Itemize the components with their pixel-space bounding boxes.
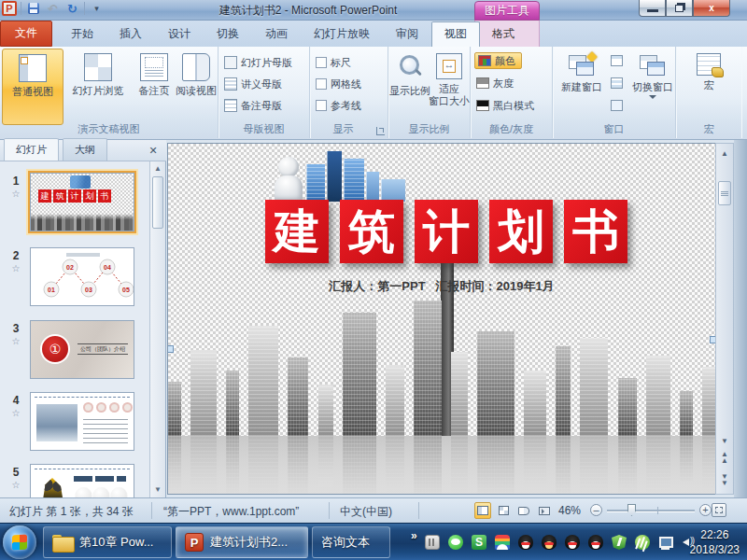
network-icon[interactable]: [658, 535, 673, 550]
scrollbar-thumb[interactable]: [152, 176, 163, 229]
zoom-in-button[interactable]: +: [699, 504, 712, 516]
next-slide-icon[interactable]: ▼▼: [719, 473, 730, 486]
security-globe-icon[interactable]: [635, 535, 650, 550]
input-method-icon[interactable]: [425, 535, 440, 550]
scroll-down-icon[interactable]: ▼: [152, 484, 163, 496]
wechat-icon[interactable]: [448, 535, 463, 550]
thumb-workers-graphic: [38, 478, 66, 497]
browser-icon[interactable]: [495, 535, 510, 550]
zoom-out-button[interactable]: –: [590, 504, 602, 516]
reading-view-shortcut[interactable]: [515, 502, 532, 519]
selection-handle-left[interactable]: [167, 345, 174, 353]
notes-page-button[interactable]: 备注页: [133, 49, 176, 125]
title-char-block[interactable]: 书: [564, 200, 627, 263]
tab-animations[interactable]: 动画: [252, 21, 301, 47]
slide-sorter-shortcut[interactable]: [495, 502, 512, 519]
normal-view-button[interactable]: 普通视图: [2, 49, 63, 125]
new-window-button[interactable]: 新建窗口: [555, 49, 609, 125]
slides-pane-scrollbar[interactable]: ▲ ▼: [149, 161, 165, 497]
zoom-button[interactable]: 显示比例: [389, 49, 430, 125]
taskbar-folder-button[interactable]: 第10章 Pow...: [43, 526, 172, 558]
fit-to-window-button[interactable]: 适应窗口大小: [429, 49, 470, 125]
blue-building-graphic: [344, 159, 364, 202]
scroll-up-icon[interactable]: ▲: [719, 149, 730, 158]
close-button[interactable]: x: [693, 0, 730, 17]
cascade-windows-button[interactable]: [611, 52, 623, 69]
slide-2-thumbnail[interactable]: 02 04 01 03 05: [30, 247, 134, 306]
antivirus-shield-icon[interactable]: [612, 535, 627, 550]
title-char-block[interactable]: 建: [265, 200, 329, 263]
title-char-block[interactable]: 划: [489, 200, 553, 263]
qq-icon[interactable]: [542, 535, 557, 550]
outline-tab[interactable]: 大纲: [63, 138, 107, 161]
start-button[interactable]: [3, 525, 36, 559]
slide-thumbnail-row[interactable]: 3 ☆ ① 公司（团队）介绍: [2, 320, 134, 379]
zoom-thumb[interactable]: [627, 504, 636, 516]
tab-insert[interactable]: 插入: [106, 21, 155, 47]
scroll-up-icon[interactable]: ▲: [152, 163, 163, 175]
slide-4-thumbnail[interactable]: [30, 392, 134, 451]
tab-format[interactable]: 格式: [480, 21, 527, 47]
macros-button[interactable]: 宏: [685, 49, 732, 125]
tab-home[interactable]: 开始: [58, 21, 106, 47]
zoom-slider[interactable]: – +: [590, 502, 726, 519]
ruler-checkbox[interactable]: 标尺: [316, 54, 351, 71]
slide-thumbnail-row[interactable]: 1 ☆ 建筑计划书: [2, 173, 134, 231]
minimize-button[interactable]: [639, 0, 666, 17]
slideshow-shortcut[interactable]: [536, 502, 553, 519]
slide-master-button[interactable]: 幻灯片母版: [224, 54, 292, 71]
tab-slideshow[interactable]: 幻灯片放映: [301, 21, 383, 47]
title-char-block[interactable]: 筑: [340, 200, 403, 263]
slide-canvas[interactable]: 建 筑 计 划 书 汇报人：第一PPT 汇报时间：2019年1月: [167, 143, 715, 495]
messenger-icon[interactable]: S: [472, 535, 486, 550]
language-indicator[interactable]: 中文(中国): [340, 504, 392, 520]
move-split-button[interactable]: [611, 97, 623, 114]
scroll-down-icon[interactable]: ▼: [719, 437, 730, 445]
zoom-percentage[interactable]: 46%: [558, 504, 581, 517]
slide-thumbnail-row[interactable]: 5 ☆: [2, 464, 134, 497]
qq-icon[interactable]: [588, 535, 603, 550]
dropdown-arrow-icon: [649, 95, 656, 99]
tray-overflow-chevron[interactable]: »: [411, 529, 417, 542]
slide-3-thumbnail[interactable]: ① 公司（团队）介绍: [30, 320, 134, 379]
slide-sorter-button[interactable]: 幻灯片浏览: [63, 49, 133, 125]
tab-file[interactable]: 文件: [0, 21, 52, 47]
qq-icon[interactable]: [565, 535, 580, 550]
theme-name[interactable]: “第一PPT，www.1ppt.com”: [163, 504, 299, 520]
taskbar-text-button[interactable]: 咨询文本: [312, 526, 390, 558]
arrange-all-button[interactable]: [611, 75, 623, 91]
tab-view[interactable]: 视图: [431, 21, 480, 47]
taskbar-powerpoint-button[interactable]: P 建筑计划书2...: [176, 526, 308, 558]
dialog-launcher-icon[interactable]: [376, 127, 385, 135]
view-shortcut-buttons: [474, 502, 553, 519]
gridlines-checkbox[interactable]: 网格线: [316, 76, 361, 92]
taskbar-clock[interactable]: 22:26 2018/3/23: [690, 527, 740, 557]
color-button[interactable]: 颜色: [474, 52, 522, 69]
reading-view-button[interactable]: 阅读视图: [176, 49, 217, 125]
slide-5-thumbnail[interactable]: [30, 464, 134, 497]
handout-master-button[interactable]: 讲义母版: [224, 76, 282, 92]
guides-checkbox[interactable]: 参考线: [316, 97, 361, 114]
slides-tab[interactable]: 幻灯片: [4, 138, 59, 161]
switch-windows-button[interactable]: 切换窗口: [631, 49, 674, 125]
normal-view-shortcut[interactable]: [474, 502, 491, 519]
editor-scrollbar[interactable]: ▲ ▼ ▲▲ ▼▼: [715, 143, 734, 495]
slide-thumbnail-row[interactable]: 4 ☆: [2, 392, 134, 451]
tab-review[interactable]: 审阅: [383, 21, 431, 47]
grayscale-button[interactable]: 灰度: [476, 75, 514, 91]
tab-design[interactable]: 设计: [155, 21, 204, 47]
close-pane-icon[interactable]: ✕: [146, 144, 161, 158]
restore-button[interactable]: [666, 0, 693, 17]
slide-1-thumbnail[interactable]: 建筑计划书: [30, 173, 134, 231]
qq-icon[interactable]: [518, 535, 533, 550]
slide-thumbnail-row[interactable]: 2 ☆ 02 04 01 03 05: [2, 247, 134, 306]
zoom-track[interactable]: [607, 510, 695, 511]
fit-slide-button[interactable]: [712, 503, 726, 517]
tab-transitions[interactable]: 切换: [204, 21, 252, 47]
title-char-block[interactable]: 计: [415, 200, 478, 263]
scrollbar-thumb[interactable]: [718, 181, 731, 205]
black-white-button[interactable]: 黑白模式: [476, 97, 534, 114]
previous-slide-icon[interactable]: ▲▲: [719, 451, 730, 464]
slide-subtitle[interactable]: 汇报人：第一PPT 汇报时间：2019年1月: [168, 278, 715, 295]
notes-master-button[interactable]: 备注母版: [224, 97, 282, 114]
